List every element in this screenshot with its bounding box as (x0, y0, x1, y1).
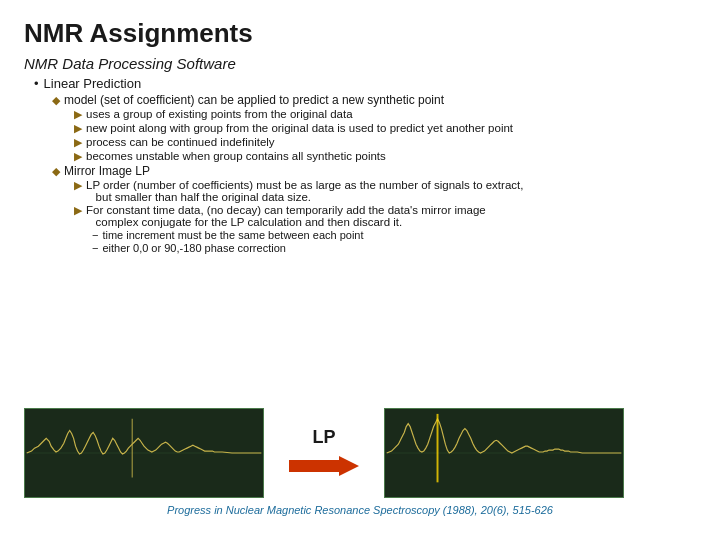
level3-time-increment: − time increment must be the same betwee… (92, 229, 696, 241)
level1-model: ◆ model (set of coefficient) can be appl… (52, 93, 696, 107)
level2-constant-time: ▶ For constant time data, (no decay) can… (74, 204, 696, 228)
main-title: NMR Assignments (24, 18, 696, 49)
uses-text: uses a group of existing points from the… (86, 108, 353, 120)
level2-uses: ▶ uses a group of existing points from t… (74, 108, 696, 121)
diamond-icon: ◆ (52, 165, 60, 178)
model-text: model (set of coefficient) can be applie… (64, 93, 444, 107)
lp-arrow-svg (289, 452, 359, 480)
arrow-icon: ▶ (74, 150, 82, 163)
bullet-dot: • (34, 76, 39, 91)
new-point-text: new point along with group from the orig… (86, 122, 513, 134)
bottom-section: LP Progress in Nuclear Magnetic Resonanc… (24, 408, 696, 516)
level1-mirror: ◆ Mirror Image LP (52, 164, 696, 178)
process-text: process can be continued indefinitely (86, 136, 275, 148)
page: NMR Assignments NMR Data Processing Soft… (0, 0, 720, 540)
lp-label: LP (312, 427, 335, 448)
level3-phase: − either 0,0 or 90,-180 phase correction (92, 242, 696, 254)
diamond-icon: ◆ (52, 94, 60, 107)
arrow-icon: ▶ (74, 179, 82, 192)
level2-unstable: ▶ becomes unstable when group contains a… (74, 150, 696, 163)
right-chart-svg (385, 409, 623, 497)
subtitle: NMR Data Processing Software (24, 55, 696, 72)
time-increment-text: time increment must be the same between … (102, 229, 363, 241)
level2-lp-order: ▶ LP order (number of coefficients) must… (74, 179, 696, 203)
arrow-icon: ▶ (74, 122, 82, 135)
linear-prediction-label: Linear Prediction (44, 76, 142, 91)
constant-time-text: For constant time data, (no decay) can t… (86, 204, 486, 228)
charts-row: LP (24, 408, 696, 498)
bullet-linear-prediction: • Linear Prediction (34, 76, 696, 91)
level2-new-point: ▶ new point along with group from the or… (74, 122, 696, 135)
dash-icon: − (92, 229, 98, 241)
phase-text: either 0,0 or 90,-180 phase correction (102, 242, 285, 254)
svg-marker-3 (289, 456, 359, 476)
unstable-text: becomes unstable when group contains all… (86, 150, 386, 162)
left-chart-svg (25, 409, 263, 497)
right-chart (384, 408, 624, 498)
mirror-text: Mirror Image LP (64, 164, 150, 178)
level2-process: ▶ process can be continued indefinitely (74, 136, 696, 149)
arrow-icon: ▶ (74, 108, 82, 121)
lp-order-text: LP order (number of coefficients) must b… (86, 179, 523, 203)
arrow-icon: ▶ (74, 136, 82, 149)
footer-citation: Progress in Nuclear Magnetic Resonance S… (24, 504, 696, 516)
dash-icon: − (92, 242, 98, 254)
lp-label-area: LP (264, 427, 384, 480)
arrow-icon: ▶ (74, 204, 82, 217)
left-chart (24, 408, 264, 498)
